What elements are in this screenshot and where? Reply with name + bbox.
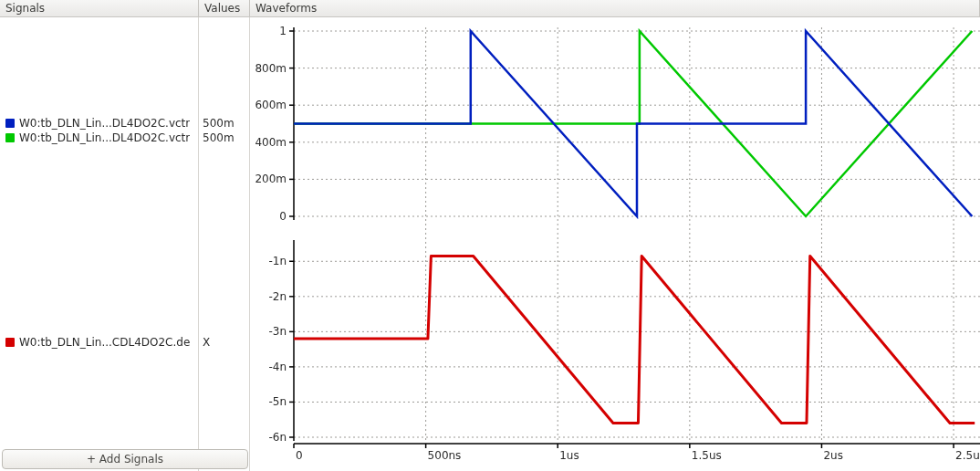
svg-text:400m: 400m: [255, 136, 287, 149]
svg-text:-1n: -1n: [268, 255, 287, 267]
waveform-svg: 0200m400m600m800m1-1n-2n-3n-4n-5n-6n0500…: [250, 17, 980, 471]
value-cell: 500m: [199, 131, 249, 145]
svg-text:-5n: -5n: [268, 395, 287, 408]
svg-text:-6n: -6n: [268, 431, 287, 444]
value-cell: 500m: [199, 116, 249, 131]
svg-text:1.5us: 1.5us: [692, 449, 722, 462]
add-signals-button[interactable]: + Add Signals: [2, 449, 248, 469]
add-signals-bar: + Add Signals: [0, 449, 250, 469]
signal-label: W0:tb_DLN_Lin...DL4DO2C.vctr: [19, 117, 190, 130]
svg-text:600m: 600m: [255, 99, 287, 111]
svg-text:2us: 2us: [823, 449, 843, 462]
signal-swatch-icon: [5, 119, 15, 128]
svg-text:500ns: 500ns: [428, 449, 462, 462]
svg-text:0: 0: [279, 210, 287, 223]
signal-row[interactable]: W0:tb_DLN_Lin...DL4DO2C.vctr: [0, 116, 198, 131]
waveform-panel[interactable]: 0200m400m600m800m1-1n-2n-3n-4n-5n-6n0500…: [250, 17, 980, 471]
header-signals[interactable]: Signals: [0, 0, 199, 16]
value-cell: X: [199, 335, 249, 350]
svg-text:1us: 1us: [559, 449, 579, 462]
signal-swatch-icon: [5, 338, 15, 347]
header-values[interactable]: Values: [199, 0, 250, 16]
app-root: Signals Values Waveforms W0:tb_DLN_Lin..…: [0, 0, 980, 471]
values-column[interactable]: 500m 500m X: [199, 17, 250, 471]
header-waveforms[interactable]: Waveforms: [250, 0, 980, 16]
svg-text:0: 0: [296, 449, 303, 462]
signal-label: W0:tb_DLN_Lin...DL4DO2C.vctr: [19, 131, 190, 144]
svg-text:-2n: -2n: [268, 290, 287, 303]
svg-text:-4n: -4n: [268, 361, 287, 373]
column-header-bar: Signals Values Waveforms: [0, 0, 980, 17]
svg-text:200m: 200m: [255, 173, 287, 185]
svg-text:1: 1: [279, 25, 287, 37]
signal-label: W0:tb_DLN_Lin...CDL4DO2C.de: [19, 336, 190, 349]
signal-row[interactable]: W0:tb_DLN_Lin...CDL4DO2C.de: [0, 335, 198, 350]
svg-text:800m: 800m: [255, 62, 287, 75]
signal-row[interactable]: W0:tb_DLN_Lin...DL4DO2C.vctr: [0, 131, 198, 145]
signals-column[interactable]: W0:tb_DLN_Lin...DL4DO2C.vctr W0:tb_DLN_L…: [0, 17, 199, 471]
signal-swatch-icon: [5, 133, 15, 142]
svg-text:2.5us: 2.5us: [955, 449, 980, 462]
svg-text:-3n: -3n: [268, 325, 287, 338]
body-area: W0:tb_DLN_Lin...DL4DO2C.vctr W0:tb_DLN_L…: [0, 17, 980, 471]
